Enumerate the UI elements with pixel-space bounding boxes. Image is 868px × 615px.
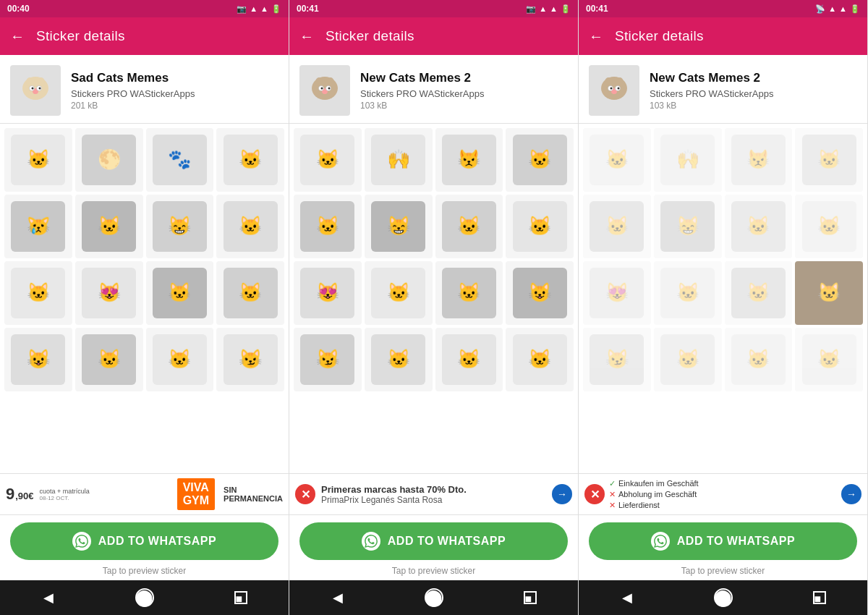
- sticker-cell[interactable]: 🐱: [506, 195, 574, 258]
- sticker-cell[interactable]: 🐱: [435, 261, 503, 325]
- nav-home-icon-1: ⬤: [135, 588, 154, 607]
- back-button-3[interactable]: ←: [589, 29, 603, 43]
- add-to-whatsapp-button-2[interactable]: ADD TO WHATSAPP: [299, 522, 568, 560]
- panel-1: 00:40 📷 ▲ ▲ 🔋 ← Sticker details: [0, 0, 289, 615]
- sticker-cell[interactable]: 🐱: [146, 261, 214, 325]
- sticker-cell[interactable]: 🐱: [294, 128, 362, 192]
- sticker-cell[interactable]: 😸: [654, 195, 722, 258]
- nav-recent-2[interactable]: ■: [516, 583, 545, 612]
- sticker-cell[interactable]: 🐱: [725, 328, 793, 391]
- back-button-1[interactable]: ←: [10, 29, 25, 43]
- svg-point-15: [328, 88, 331, 90]
- sticker-cell[interactable]: 🙌: [365, 128, 433, 192]
- sticker-cell[interactable]: 🐱: [795, 195, 863, 258]
- back-button-2[interactable]: ←: [299, 29, 314, 43]
- sticker-cell[interactable]: 🐱: [583, 195, 651, 258]
- sticker-cell[interactable]: 😺: [4, 328, 72, 391]
- ad-list-label-3: Lieferdienst: [618, 501, 660, 509]
- sticker-cell[interactable]: 🐱: [725, 261, 793, 325]
- sticker-cell[interactable]: 🐱: [435, 328, 503, 391]
- sticker-cell[interactable]: 🐱: [795, 261, 863, 325]
- add-to-whatsapp-button-1[interactable]: ADD TO WHATSAPP: [10, 522, 278, 560]
- battery-icon-2: 🔋: [561, 4, 571, 14]
- ad-banner-2[interactable]: ✕ Primeras marcas hasta 70% Dto. PrimaPr…: [289, 473, 578, 515]
- sticker-cell[interactable]: 🐱: [4, 128, 72, 192]
- status-bar-3: 00:41 📡 ▲ ▲ 🔋: [579, 0, 867, 17]
- ad-close-icon-2[interactable]: ✕: [295, 484, 315, 504]
- ad-close-icon-3[interactable]: ✕: [584, 484, 605, 504]
- sticker-cell[interactable]: 😺: [506, 261, 574, 325]
- sticker-cell[interactable]: 🐱: [365, 328, 433, 391]
- ad-banner-1[interactable]: 9 ,90€ cuota + matrícula 08-12 OCT. VIVA…: [0, 473, 289, 515]
- sticker-cell[interactable]: 🐱: [4, 261, 72, 325]
- status-bar-2: 00:41 📷 ▲ ▲ 🔋: [289, 0, 578, 17]
- sticker-cell[interactable]: 🐱: [435, 195, 503, 258]
- pack-details-1: Sad Cats Memes Stickers PRO WAStickerApp…: [71, 70, 195, 110]
- add-button-label-2: ADD TO WHATSAPP: [388, 535, 506, 548]
- ad-list-item-1: ✓ Einkaufen im Geschäft: [609, 479, 699, 488]
- nav-home-2[interactable]: ⬤: [420, 583, 448, 612]
- app-bar-1: ← Sticker details: [0, 17, 289, 55]
- pack-size-2: 103 kB: [360, 101, 484, 111]
- sticker-cell[interactable]: 😸: [146, 195, 214, 258]
- sticker-cell[interactable]: 🐱: [506, 328, 574, 391]
- nav-back-3[interactable]: ◀: [613, 583, 642, 612]
- sticker-cell[interactable]: 😿: [4, 195, 72, 258]
- sticker-cell[interactable]: 😼: [583, 328, 651, 391]
- sticker-cell[interactable]: 🐱: [75, 195, 143, 258]
- sticker-cell[interactable]: 😾: [725, 128, 793, 192]
- ad-promo-title-2: Primeras marcas hasta 70% Dto.: [321, 484, 467, 495]
- whatsapp-icon-2: [362, 532, 380, 551]
- status-time-3: 00:41: [586, 4, 608, 14]
- nav-back-icon-3: ◀: [622, 590, 632, 606]
- sticker-cell[interactable]: 🐾: [146, 128, 214, 192]
- add-button-label-1: ADD TO WHATSAPP: [98, 535, 216, 548]
- add-to-whatsapp-button-3[interactable]: ADD TO WHATSAPP: [589, 522, 857, 560]
- sticker-cell[interactable]: 🐱: [365, 261, 433, 325]
- sticker-cell[interactable]: 🐱: [654, 261, 722, 325]
- sticker-cell[interactable]: 😻: [294, 261, 362, 325]
- wifi-icon-2: ▲: [550, 4, 558, 13]
- nav-home-3[interactable]: ⬤: [709, 583, 738, 612]
- signal-icon-3: ▲: [828, 4, 836, 13]
- sticker-cell[interactable]: 🐱: [795, 328, 863, 391]
- sticker-cell[interactable]: 🙌: [654, 128, 722, 192]
- pack-thumbnail-2: [299, 65, 350, 116]
- sticker-cell[interactable]: 😼: [216, 328, 284, 391]
- status-time-1: 00:40: [7, 4, 30, 14]
- nav-back-1[interactable]: ◀: [34, 583, 63, 612]
- sticker-cell[interactable]: 🐱: [216, 195, 284, 258]
- sticker-cell[interactable]: 🐱: [216, 261, 284, 325]
- sticker-cell[interactable]: 😻: [75, 261, 143, 325]
- sticker-cell[interactable]: 😾: [435, 128, 503, 192]
- nav-home-1[interactable]: ⬤: [130, 583, 159, 612]
- sticker-cell[interactable]: 🐱: [75, 328, 143, 391]
- pack-size-1: 201 kB: [71, 101, 195, 111]
- sticker-cell[interactable]: 🐱: [583, 128, 651, 192]
- sticker-cell[interactable]: 🐱: [216, 128, 284, 192]
- sticker-cell[interactable]: 🐱: [725, 195, 793, 258]
- sticker-cell[interactable]: 😸: [365, 195, 433, 258]
- ad-content-1: 9 ,90€ cuota + matrícula 08-12 OCT. VIVA…: [0, 474, 289, 514]
- sticker-cell[interactable]: 🐱: [294, 195, 362, 258]
- status-icons-1: 📷 ▲ ▲ 🔋: [237, 4, 281, 14]
- sticker-cell[interactable]: 🐱: [506, 128, 574, 192]
- sticker-cell[interactable]: 😻: [583, 261, 651, 325]
- ad-arrow-icon-2[interactable]: →: [552, 484, 572, 504]
- sticker-cell[interactable]: 🐱: [795, 128, 863, 192]
- sticker-cell[interactable]: 🌕: [75, 128, 143, 192]
- sticker-cell[interactable]: 🐱: [146, 328, 214, 391]
- sticker-cell[interactable]: 🐱: [654, 328, 722, 391]
- ad-list-text-3: ✓ Einkaufen im Geschäft ✕ Abholung im Ge…: [609, 479, 699, 510]
- pack-name-1: Sad Cats Memes: [71, 70, 195, 86]
- pack-author-3: Stickers PRO WAStickerApps: [650, 88, 773, 99]
- nav-back-2[interactable]: ◀: [323, 583, 352, 612]
- nav-recent-1[interactable]: ■: [226, 583, 255, 612]
- sticker-grid-2: 🐱 🙌 😾 🐱 🐱 😸 🐱 🐱 😻 🐱 🐱 😺 😼 🐱 🐱 🐱: [289, 124, 578, 473]
- ad-dates: 08-12 OCT.: [40, 495, 90, 501]
- sticker-cell[interactable]: 😼: [294, 328, 362, 391]
- nav-recent-3[interactable]: ■: [805, 583, 834, 612]
- ad-arrow-icon-3[interactable]: →: [841, 484, 861, 504]
- ad-banner-3[interactable]: ✕ ✓ Einkaufen im Geschäft ✕ Abholung im …: [579, 473, 867, 515]
- x-icon-1: ✕: [609, 490, 616, 499]
